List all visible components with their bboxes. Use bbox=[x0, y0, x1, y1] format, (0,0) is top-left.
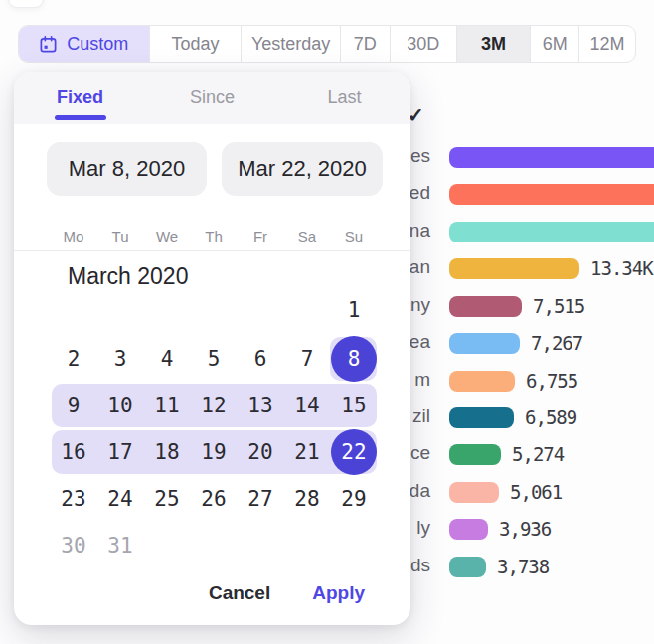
calendar-day-30[interactable]: 30 bbox=[51, 524, 96, 567]
bar-value-label: 7,267 bbox=[531, 332, 582, 354]
apply-button[interactable]: Apply bbox=[312, 582, 365, 604]
toolbar-segment-label: Custom bbox=[67, 34, 128, 55]
weekday-label-th: Th bbox=[205, 228, 223, 244]
chart-bar[interactable] bbox=[449, 222, 654, 242]
toolbar-segment-3m[interactable]: 3M bbox=[457, 26, 532, 62]
chart-bar[interactable] bbox=[449, 557, 486, 577]
calendar-day-27[interactable]: 27 bbox=[238, 477, 283, 521]
toolbar-segment-label: 7D bbox=[354, 34, 377, 55]
weekday-label-we: We bbox=[156, 228, 178, 244]
calendar-day-6[interactable]: 6 bbox=[238, 337, 283, 381]
bar-value-label: 3,936 bbox=[499, 518, 551, 540]
chart-bar[interactable] bbox=[449, 482, 499, 503]
calendar-day-24[interactable]: 24 bbox=[97, 477, 143, 521]
calendar-day-29[interactable]: 29 bbox=[331, 477, 377, 521]
calendar-day-28[interactable]: 28 bbox=[284, 477, 330, 521]
bar-value-label: 3,738 bbox=[497, 556, 549, 577]
chart-bar[interactable] bbox=[449, 407, 514, 428]
chart-bar[interactable] bbox=[449, 184, 654, 205]
toolbar-segment-6m[interactable]: 6M bbox=[531, 26, 579, 62]
calendar-day-25[interactable]: 25 bbox=[144, 477, 190, 521]
toolbar-segment-label: 12M bbox=[590, 34, 625, 55]
divider bbox=[14, 250, 410, 251]
calendar-day-31[interactable]: 31 bbox=[97, 524, 143, 567]
chart-bar[interactable] bbox=[449, 333, 520, 354]
calendar-day-16[interactable]: 16 bbox=[51, 430, 96, 474]
tab-fixed[interactable]: Fixed bbox=[14, 72, 146, 124]
end-date-value: Mar 22, 2020 bbox=[238, 156, 367, 182]
weekday-label-fr: Fr bbox=[253, 228, 267, 244]
toolbar-segment-today[interactable]: Today bbox=[150, 26, 243, 62]
toolbar-segment-label: Yesterday bbox=[251, 34, 330, 55]
chart-bar[interactable] bbox=[449, 296, 522, 317]
date-range-toolbar: CustomTodayYesterday7D30D3M6M12M bbox=[18, 25, 636, 63]
calendar-day-18[interactable]: 18 bbox=[144, 430, 190, 474]
chart-bar[interactable] bbox=[449, 371, 515, 392]
toolbar-segment-label: 6M bbox=[543, 34, 568, 55]
calendar-day-9[interactable]: 9 bbox=[51, 384, 96, 427]
calendar-day-20[interactable]: 20 bbox=[238, 430, 283, 474]
calendar-day-11[interactable]: 11 bbox=[144, 384, 190, 427]
bar-value-label: 5,061 bbox=[510, 481, 562, 503]
start-date-value: Mar 8, 2020 bbox=[69, 156, 185, 182]
month-title: March 2020 bbox=[68, 263, 188, 290]
calendar-day-15[interactable]: 15 bbox=[331, 384, 377, 427]
calendar-day-1[interactable]: 1 bbox=[331, 288, 377, 332]
bar-value-label: 6,755 bbox=[526, 370, 577, 392]
calendar-day-14[interactable]: 14 bbox=[284, 384, 330, 427]
chart-bar[interactable] bbox=[449, 444, 501, 465]
toolbar-segment-yesterday[interactable]: Yesterday bbox=[242, 26, 341, 62]
chart-bar[interactable] bbox=[449, 258, 579, 279]
tab-last[interactable]: Last bbox=[278, 72, 410, 124]
calendar-day-23[interactable]: 23 bbox=[51, 477, 96, 521]
toolbar-segment-7d[interactable]: 7D bbox=[341, 26, 391, 62]
popup-footer: Cancel Apply bbox=[14, 570, 365, 616]
toolbar-segment-12m[interactable]: 12M bbox=[579, 26, 635, 62]
bar-value-label: 6,589 bbox=[525, 406, 576, 428]
bar-value-label: 13.34K bbox=[590, 257, 653, 279]
calendar-day-4[interactable]: 4 bbox=[144, 337, 190, 381]
weekday-label-tu: Tu bbox=[112, 228, 129, 244]
weekday-label-su: Su bbox=[345, 228, 363, 244]
chart-bar[interactable] bbox=[449, 147, 654, 168]
calendar-day-10[interactable]: 10 bbox=[97, 384, 143, 427]
calendar-day-3[interactable]: 3 bbox=[97, 337, 143, 381]
calendar-day-19[interactable]: 19 bbox=[191, 430, 237, 474]
toolbar-segment-custom[interactable]: Custom bbox=[19, 26, 150, 62]
bar-value-label: 5,274 bbox=[512, 443, 564, 465]
calendar-day-5[interactable]: 5 bbox=[191, 337, 237, 381]
cancel-button[interactable]: Cancel bbox=[209, 582, 270, 604]
app-root: CustomTodayYesterday7D30D3M6M12M esednaa… bbox=[0, 0, 654, 644]
end-date-input[interactable]: Mar 22, 2020 bbox=[222, 142, 383, 196]
weekday-label-mo: Mo bbox=[64, 228, 84, 244]
calendar-day-7[interactable]: 7 bbox=[284, 337, 330, 381]
chart-bar[interactable] bbox=[449, 519, 488, 540]
calendar-day-2[interactable]: 2 bbox=[51, 337, 96, 381]
calendar-day-26[interactable]: 26 bbox=[191, 477, 237, 521]
toolbar-segment-label: 30D bbox=[407, 34, 439, 55]
partial-card-corner bbox=[8, 0, 44, 8]
bar-value-label: 7,515 bbox=[533, 295, 584, 317]
tab-since[interactable]: Since bbox=[146, 72, 278, 124]
calendar-day-22[interactable]: 22 bbox=[331, 429, 377, 475]
calendar-day-13[interactable]: 13 bbox=[238, 384, 283, 427]
date-picker-popup: FixedSinceLast Mar 8, 2020 Mar 22, 2020 … bbox=[14, 72, 410, 625]
toolbar-segment-30d[interactable]: 30D bbox=[391, 26, 457, 62]
calendar-day-21[interactable]: 21 bbox=[284, 430, 330, 474]
weekday-label-sa: Sa bbox=[298, 228, 316, 244]
calendar-day-17[interactable]: 17 bbox=[97, 430, 143, 474]
date-picker-tabs: FixedSinceLast bbox=[14, 72, 410, 124]
toolbar-segment-label: Today bbox=[171, 34, 219, 55]
toolbar-segment-label: 3M bbox=[481, 34, 506, 55]
start-date-input[interactable]: Mar 8, 2020 bbox=[47, 142, 207, 196]
calendar-day-12[interactable]: 12 bbox=[191, 384, 237, 427]
calendar-icon bbox=[39, 35, 58, 54]
calendar-day-8[interactable]: 8 bbox=[331, 336, 377, 382]
